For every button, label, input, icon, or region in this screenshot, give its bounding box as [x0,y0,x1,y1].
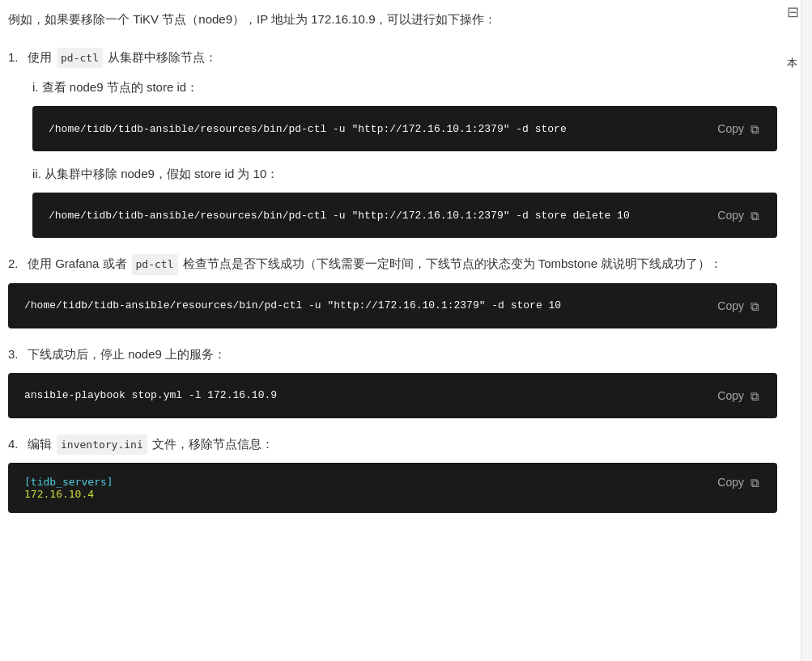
substep-1ii: ii. 从集群中移除 node9，假如 store id 为 10： /home… [32,163,777,238]
substep-1ii-code-block: /home/tidb/tidb-ansible/resources/bin/pd… [32,193,777,238]
top-right-icon[interactable]: ⊟ [787,3,799,21]
step-4-code-line-2: 172.16.10.4 [24,488,113,500]
step-2-num: 2. [8,252,23,274]
substep-1ii-label: ii. 从集群中移除 node9，假如 store id 为 10： [32,163,777,184]
copy-icon-4 [748,389,761,402]
substep-1i-code: /home/tidb/tidb-ansible/resources/bin/pd… [49,123,704,135]
substep-1i: i. 查看 node9 节点的 store id： /home/tidb/tid… [32,76,777,151]
scrollbar[interactable] [801,0,812,661]
step-4-copy-label: Copy [717,476,744,489]
page-content: 例如，如果要移除一个 TiKV 节点（node9），IP 地址为 172.16.… [0,8,793,513]
step-2-copy-label: Copy [717,299,744,312]
step-4-copy-button[interactable]: Copy [717,476,761,489]
substep-1ii-copy-button[interactable]: Copy [717,209,761,222]
step-4-suffix: 文件，移除节点信息： [152,433,274,455]
step-4-prefix: 编辑 [28,433,52,455]
step-1: 1. 使用 pd-ctl 从集群中移除节点： i. 查看 node9 节点的 s… [8,46,777,238]
step-3-num: 3. [8,343,23,365]
step-2: 2. 使用 Grafana 或者 pd-ctl 检查节点是否下线成功（下线需要一… [8,252,777,328]
copy-icon-5 [748,476,761,489]
step-4-code-lines: [tidb_servers] 172.16.10.4 [24,476,113,500]
step-2-code: /home/tidb/tidb-ansible/resources/bin/pd… [24,299,704,311]
step-3-label: 3. 下线成功后，停止 node9 上的服务： [8,343,777,365]
step-2-label: 2. 使用 Grafana 或者 pd-ctl 检查节点是否下线成功（下线需要一… [8,252,777,274]
step-1-prefix: 使用 [28,46,52,68]
step-4-code-line-1: [tidb_servers] [24,476,113,488]
step-3-code-block: ansible-playbook stop.yml -l 172.16.10.9… [8,373,777,418]
substep-1ii-copy-label: Copy [717,209,744,222]
step-3-copy-button[interactable]: Copy [717,389,761,402]
step-3-copy-label: Copy [717,389,744,402]
substep-1ii-code: /home/tidb/tidb-ansible/resources/bin/pd… [49,210,704,222]
step-4-code-block: [tidb_servers] 172.16.10.4 Copy [8,463,777,513]
step-4-num: 4. [8,433,23,455]
step-3-code: ansible-playbook stop.yml -l 172.16.10.9 [24,389,704,401]
copy-icon [748,122,761,135]
substep-1i-label: i. 查看 node9 节点的 store id： [32,76,777,98]
step-2-code-inline: pd-ctl [132,254,178,274]
step-4-label: 4. 编辑 inventory.ini 文件，移除节点信息： [8,433,777,455]
step-4-code-inline: inventory.ini [57,434,147,455]
intro-text: 例如，如果要移除一个 TiKV 节点（node9），IP 地址为 172.16.… [8,8,777,30]
copy-icon-2 [748,209,761,222]
substep-1i-copy-button[interactable]: Copy [717,122,761,135]
step-1-num: 1. [8,46,23,68]
step-2-copy-button[interactable]: Copy [717,299,761,312]
step-4: 4. 编辑 inventory.ini 文件，移除节点信息： [tidb_ser… [8,433,777,513]
step-3: 3. 下线成功后，停止 node9 上的服务： ansible-playbook… [8,343,777,418]
step-2-code-block: /home/tidb/tidb-ansible/resources/bin/pd… [8,283,777,328]
substep-1i-code-block: /home/tidb/tidb-ansible/resources/bin/pd… [32,106,777,151]
step-1-suffix: 从集群中移除节点： [108,46,217,68]
step-3-text: 下线成功后，停止 node9 上的服务： [28,343,226,365]
step-2-text-post: 检查节点是否下线成功（下线需要一定时间，下线节点的状态变为 Tombstone … [183,252,723,274]
step-1-code-inline: pd-ctl [57,48,103,68]
step-2-text-pre: 使用 Grafana 或者 [28,252,127,274]
step-1-label: 1. 使用 pd-ctl 从集群中移除节点： [8,46,777,68]
copy-icon-3 [748,299,761,312]
substep-1i-copy-label: Copy [717,122,744,135]
step-1-substeps: i. 查看 node9 节点的 store id： /home/tidb/tid… [32,76,777,238]
